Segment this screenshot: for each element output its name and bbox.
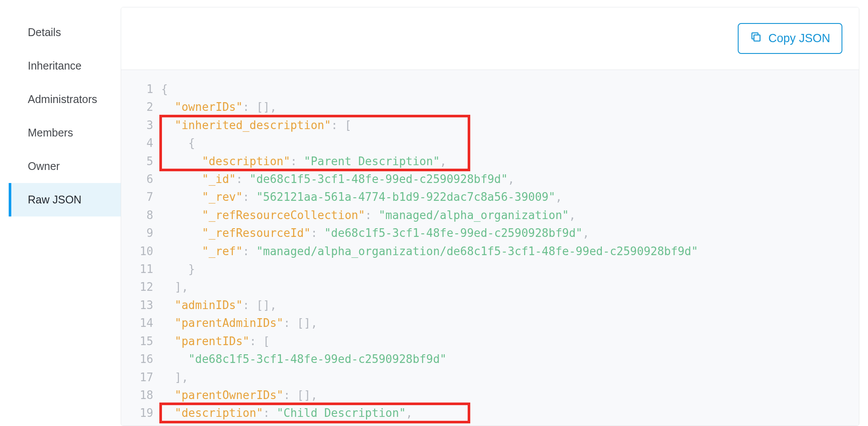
line-number: 12 — [121, 278, 153, 296]
line-number: 9 — [121, 224, 153, 242]
code-line: "_rev": "562121aa-561a-4774-b1d9-922dac7… — [161, 188, 859, 206]
toolbar: Copy JSON — [121, 7, 859, 70]
line-number-gutter: 12345678910111213141516171819 — [121, 80, 161, 426]
sidebar-item-details[interactable]: Details — [9, 16, 121, 49]
line-number: 3 — [121, 116, 153, 134]
code-viewer: 12345678910111213141516171819 { "ownerID… — [121, 70, 859, 426]
line-number: 17 — [121, 369, 153, 386]
svg-rect-0 — [754, 35, 760, 41]
code-line: ], — [161, 369, 859, 386]
sidebar-item-inheritance[interactable]: Inheritance — [9, 49, 121, 83]
sidebar-item-label: Owner — [28, 160, 60, 172]
sidebar-item-label: Details — [28, 26, 61, 38]
line-number: 5 — [121, 153, 153, 170]
sidebar-item-label: Members — [28, 126, 73, 139]
code-line: "ownerIDs": [], — [161, 98, 859, 116]
sidebar-item-label: Inheritance — [28, 60, 82, 72]
copy-json-button[interactable]: Copy JSON — [738, 23, 842, 54]
code-line: "adminIDs": [], — [161, 296, 859, 314]
sidebar: DetailsInheritanceAdministratorsMembersO… — [9, 7, 121, 426]
line-number: 7 — [121, 188, 153, 206]
content-panel: Copy JSON 12345678910111213141516171819 … — [121, 7, 859, 426]
code-line: "parentOwnerIDs": [], — [161, 386, 859, 404]
code-lines: { "ownerIDs": [], "inherited_description… — [161, 80, 859, 426]
code-line: "description": "Child Description", — [161, 404, 859, 422]
code-line: "parentAdminIDs": [], — [161, 314, 859, 332]
line-number: 18 — [121, 386, 153, 404]
line-number: 15 — [121, 333, 153, 350]
sidebar-item-administrators[interactable]: Administrators — [9, 83, 121, 116]
copy-json-label: Copy JSON — [768, 32, 830, 45]
code-line: "description": "Parent Description", — [161, 153, 859, 170]
sidebar-item-label: Raw JSON — [28, 193, 82, 206]
code-line: { — [161, 134, 859, 152]
line-number: 13 — [121, 296, 153, 314]
code-line: "parentIDs": [ — [161, 333, 859, 350]
code-line: "_refResourceId": "de68c1f5-3cf1-48fe-99… — [161, 224, 859, 242]
line-number: 8 — [121, 206, 153, 224]
line-number: 14 — [121, 314, 153, 332]
sidebar-item-raw-json[interactable]: Raw JSON — [9, 183, 121, 216]
sidebar-item-label: Administrators — [28, 93, 97, 105]
sidebar-item-owner[interactable]: Owner — [9, 150, 121, 183]
line-number: 16 — [121, 350, 153, 368]
code-line: "_id": "de68c1f5-3cf1-48fe-99ed-c2590928… — [161, 170, 859, 188]
code-line: ], — [161, 278, 859, 296]
code-line: "de68c1f5-3cf1-48fe-99ed-c2590928bf9d" — [161, 350, 859, 368]
line-number: 6 — [121, 170, 153, 188]
sidebar-item-members[interactable]: Members — [9, 116, 121, 150]
line-number: 10 — [121, 243, 153, 260]
line-number: 19 — [121, 404, 153, 422]
code-line: { — [161, 80, 859, 98]
line-number: 1 — [121, 80, 153, 98]
copy-icon — [750, 31, 762, 46]
code-line: "_refResourceCollection": "managed/alpha… — [161, 206, 859, 224]
code-line: "_ref": "managed/alpha_organization/de68… — [161, 243, 859, 260]
line-number: 2 — [121, 98, 153, 116]
line-number: 4 — [121, 134, 153, 152]
code-line: "inherited_description": [ — [161, 116, 859, 134]
line-number: 11 — [121, 260, 153, 278]
code-line: } — [161, 260, 859, 278]
